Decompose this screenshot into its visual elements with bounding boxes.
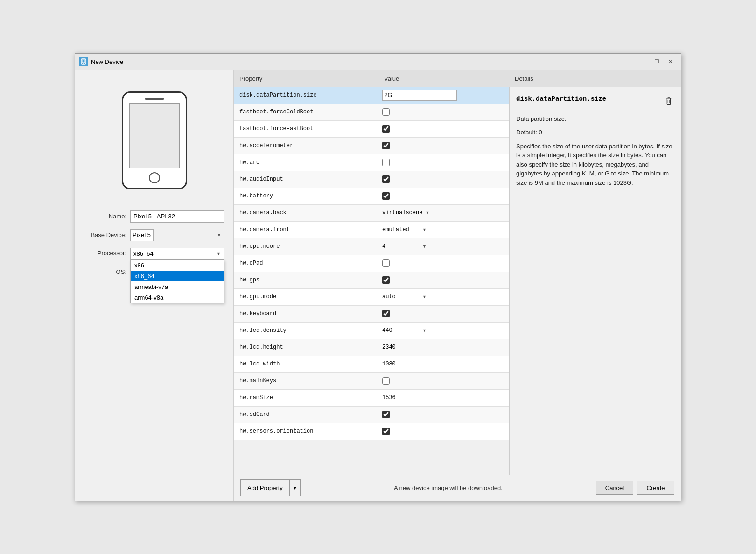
value-dropdown[interactable]: emulated ▼: [382, 226, 427, 233]
app-icon: [79, 57, 88, 66]
value-cell: [378, 140, 509, 151]
value-checkbox[interactable]: [382, 276, 390, 284]
dropdown-arrow-icon: ▼: [422, 227, 427, 232]
base-device-row: Base Device: Pixel 5: [84, 229, 224, 241]
processor-option-arm64-v8a[interactable]: arm64-v8a: [131, 292, 224, 303]
value-checkbox[interactable]: [382, 259, 390, 267]
add-property-button[interactable]: Add Property ▼: [240, 479, 301, 496]
dropdown-arrow-icon: ▼: [422, 295, 427, 299]
processor-option-x86_64[interactable]: x86_64: [131, 271, 224, 281]
table-rows-area[interactable]: disk.dataPartition.size fastboot.forceCo…: [234, 87, 509, 475]
value-cell: [378, 88, 509, 103]
processor-option-x86[interactable]: x86: [131, 260, 224, 271]
processor-dropdown[interactable]: x86_64 x86 x86_64 armeabi-v7a arm64-v8a: [130, 248, 224, 260]
processor-option-armeabi-v7a[interactable]: armeabi-v7a: [131, 281, 224, 292]
value-dropdown[interactable]: auto ▼: [382, 294, 427, 300]
table-row[interactable]: hw.lcd.height 2340: [234, 339, 509, 356]
base-device-select[interactable]: Pixel 5: [130, 229, 154, 241]
property-cell: hw.camera.front: [234, 224, 378, 236]
value-dropdown[interactable]: 4 ▼: [382, 243, 427, 250]
dropdown-value: emulated: [382, 226, 420, 233]
col-header-value: Value: [378, 70, 509, 87]
window-content: Name: Base Device: Pixel 5 Processor:: [75, 70, 681, 501]
col-header-property: Property: [234, 70, 378, 87]
table-row[interactable]: hw.camera.back virtualscene ▼: [234, 205, 509, 222]
value-cell: 1080: [378, 359, 509, 369]
table-row[interactable]: hw.camera.front emulated ▼: [234, 222, 509, 238]
table-row[interactable]: hw.lcd.density 440 ▼: [234, 323, 509, 339]
table-row[interactable]: hw.lcd.width 1080: [234, 356, 509, 373]
svg-point-2: [83, 63, 84, 64]
value-checkbox[interactable]: [382, 175, 390, 183]
table-row[interactable]: hw.gpu.mode auto ▼: [234, 289, 509, 306]
table-row[interactable]: hw.gps: [234, 272, 509, 289]
value-checkbox[interactable]: [382, 159, 390, 166]
table-row[interactable]: hw.cpu.ncore 4 ▼: [234, 238, 509, 255]
table-row[interactable]: hw.sdCard: [234, 407, 509, 423]
table-row[interactable]: hw.arc: [234, 154, 509, 171]
add-property-label: Add Property: [241, 484, 289, 491]
value-plain: 2340: [382, 344, 396, 351]
value-checkbox[interactable]: [382, 377, 390, 385]
base-device-select-wrapper: Pixel 5: [130, 229, 224, 241]
value-checkbox[interactable]: [382, 192, 390, 200]
svg-rect-1: [82, 60, 85, 63]
table-row[interactable]: hw.battery: [234, 188, 509, 205]
name-input[interactable]: [130, 210, 224, 223]
add-property-dropdown-arrow-icon[interactable]: ▼: [289, 480, 300, 496]
close-button[interactable]: ✕: [664, 56, 677, 67]
property-cell: hw.camera.back: [234, 207, 378, 219]
value-checkbox[interactable]: [382, 108, 390, 116]
value-checkbox[interactable]: [382, 411, 390, 418]
table-row[interactable]: fastboot.forceFastBoot: [234, 121, 509, 138]
value-text-input[interactable]: [382, 90, 457, 101]
col-header-details: Details: [509, 70, 681, 87]
property-cell: fastboot.forceColdBoot: [234, 106, 378, 118]
details-default: Default: 0: [516, 128, 674, 137]
table-row[interactable]: hw.keyboard: [234, 306, 509, 323]
property-cell: hw.keyboard: [234, 308, 378, 320]
value-cell: [378, 274, 509, 286]
details-short-desc: Data partition size.: [516, 114, 674, 124]
phone-home-button: [149, 172, 160, 183]
cancel-button[interactable]: Cancel: [596, 481, 633, 495]
processor-selected-value[interactable]: x86_64: [130, 248, 224, 260]
processor-options-list: x86 x86_64 armeabi-v7a arm64-v8a: [130, 260, 224, 303]
svg-rect-3: [667, 98, 670, 104]
table-row[interactable]: hw.sensors.orientation: [234, 423, 509, 440]
value-cell: [378, 426, 509, 437]
dropdown-arrow-icon: ▼: [422, 328, 427, 333]
title-bar: New Device — ☐ ✕: [75, 54, 681, 70]
dropdown-value: 440: [382, 327, 420, 334]
details-header: disk.dataPartition.size: [516, 95, 674, 108]
table-row[interactable]: fastboot.forceColdBoot: [234, 104, 509, 121]
device-preview: [117, 89, 192, 192]
value-dropdown[interactable]: 440 ▼: [382, 327, 427, 334]
table-row[interactable]: hw.audioInput: [234, 171, 509, 188]
bottom-actions: Cancel Create: [596, 481, 674, 495]
value-checkbox[interactable]: [382, 142, 390, 149]
value-cell: virtualscene ▼: [378, 208, 509, 218]
value-cell: 4 ▼: [378, 241, 509, 252]
minimize-button[interactable]: —: [636, 56, 649, 67]
table-row[interactable]: hw.accelerometer: [234, 138, 509, 154]
value-checkbox[interactable]: [382, 125, 390, 133]
property-cell: hw.gpu.mode: [234, 291, 378, 303]
value-checkbox[interactable]: [382, 310, 390, 317]
table-body: disk.dataPartition.size fastboot.forceCo…: [234, 87, 681, 475]
device-form: Name: Base Device: Pixel 5 Processor:: [84, 210, 224, 275]
value-cell: [378, 123, 509, 134]
delete-property-button[interactable]: [663, 95, 674, 108]
window-controls: — ☐ ✕: [636, 56, 677, 67]
property-cell: hw.audioInput: [234, 173, 378, 185]
maximize-button[interactable]: ☐: [650, 56, 663, 67]
table-row[interactable]: hw.dPad: [234, 255, 509, 272]
table-row[interactable]: hw.ramSize 1536: [234, 390, 509, 407]
value-checkbox[interactable]: [382, 428, 390, 435]
table-row[interactable]: disk.dataPartition.size: [234, 87, 509, 104]
value-cell: [378, 409, 509, 420]
value-dropdown[interactable]: virtualscene ▼: [382, 210, 429, 216]
table-row[interactable]: hw.mainKeys: [234, 373, 509, 390]
create-button[interactable]: Create: [637, 481, 674, 495]
details-panel: disk.dataPartition.size: [509, 87, 681, 475]
